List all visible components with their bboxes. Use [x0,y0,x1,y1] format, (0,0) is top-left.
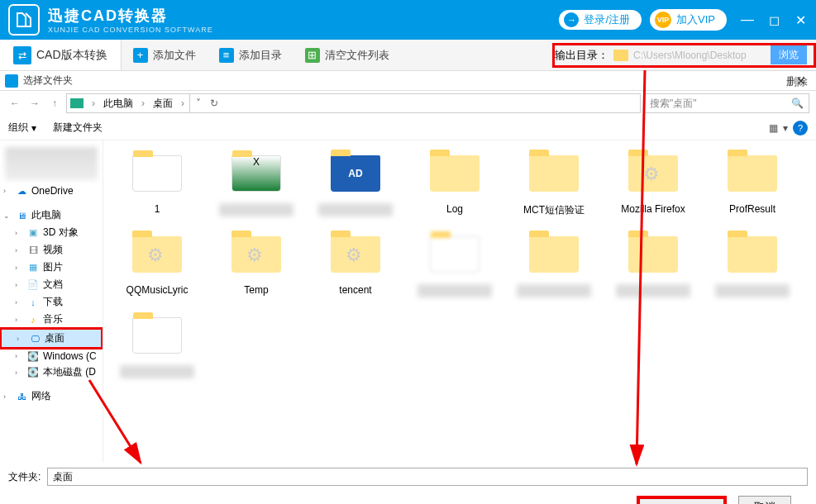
titlebar: 迅捷CAD转换器 XUNJIE CAD CONVERSION SOFTWARE … [0,0,816,40]
folder-item[interactable]: AD [318,149,393,216]
dialog-title: 选择文件夹 [23,74,73,88]
up-button[interactable]: ↑ [46,95,63,112]
tree-localdisk-d[interactable]: ›💽本地磁盘 (D [0,364,103,381]
forward-button[interactable]: → [26,95,43,112]
breadcrumb[interactable]: › 此电脑 › 桌面 › ˅ ↻ [66,93,641,113]
folder-tree: ›☁OneDrive ⌄🖥此电脑 ›▣3D 对象 ›🎞视频 ›▦图片 ›📄文档 … [0,140,103,463]
cancel-button[interactable]: 取消 [738,496,791,504]
folder-item[interactable]: ProfResult [715,149,790,216]
toolbar: ⇄ CAD版本转换 + 添加文件 ≡ 添加目录 ⊞ 清空文件列表 输出目录： C… [0,40,816,71]
app-logo-icon [8,4,40,36]
search-icon: 🔍 [791,97,804,109]
folder-item[interactable] [517,230,591,297]
tree-downloads[interactable]: ›↓下载 [0,293,103,311]
tree-thispc[interactable]: ⌄🖥此电脑 [0,207,103,224]
browse-button[interactable]: 浏览 [771,45,807,64]
vip-button[interactable]: VIP 加入VIP [650,9,727,31]
organize-menu[interactable]: 组织▾ [8,121,36,135]
mode-cad-version[interactable]: ⇄ CAD版本转换 [0,40,122,70]
folder-item[interactable]: Log [418,149,492,216]
tree-blurred [5,147,98,180]
folder-item[interactable]: QQMusicLyric [120,230,194,297]
login-button[interactable]: → 登录/注册 [559,10,642,30]
folder-icon [613,50,628,61]
minimize-button[interactable]: — [740,12,755,28]
folder-item[interactable]: Temp [219,230,293,297]
output-label: 输出目录： [555,48,608,63]
tree-desktop[interactable]: ›🖵桌面 [0,327,103,349]
add-dir-button[interactable]: ≡ 添加目录 [208,48,293,63]
plus-icon: + [133,48,148,63]
tree-pics[interactable]: ›▦图片 [0,259,103,276]
tree-3d[interactable]: ›▣3D 对象 [0,224,103,241]
convert-icon: ⇄ [13,46,31,64]
options-row: 组织▾ 新建文件夹 ▦▾ ? [0,116,816,140]
back-button[interactable]: ← [7,95,23,112]
tree-onedrive[interactable]: ›☁OneDrive [0,183,103,198]
help-button[interactable]: ? [793,121,808,136]
add-file-button[interactable]: + 添加文件 [122,48,208,63]
clear-list-button[interactable]: ⊞ 清空文件列表 [293,48,401,63]
folder-item[interactable]: 1 [120,149,194,216]
folder-item[interactable] [715,230,790,297]
close-button[interactable]: ✕ [793,12,808,28]
tree-docs[interactable]: ›📄文档 [0,276,103,293]
clear-icon: ⊞ [305,48,320,63]
list-icon: ≡ [219,48,234,63]
tree-video[interactable]: ›🎞视频 [0,241,103,259]
app-subtitle: XUNJIE CAD CONVERSION SOFTWARE [48,26,559,34]
arrow-icon: → [564,12,579,27]
output-dir-area: 输出目录： C:\Users\Mloong\Desktop 浏览 [552,43,816,68]
view-thumbs-button[interactable]: ▦ [769,122,778,134]
folder-item[interactable]: X [219,149,293,216]
select-folder-button[interactable]: 选择文件夹 [637,496,727,504]
app-title: 迅捷CAD转换器 [48,6,559,26]
tree-network[interactable]: ›🖧网络 [0,388,103,405]
folder-name-input[interactable] [47,468,808,486]
folder-grid: 1 X AD Log MCT短信验证 Mozilla Firefox ProfR… [103,140,816,463]
pc-icon [70,98,84,108]
folder-item[interactable]: tencent [318,230,393,297]
vip-icon: VIP [655,12,671,28]
maximize-button[interactable]: ◻ [766,12,781,28]
folder-item[interactable] [616,230,690,297]
folder-item[interactable]: MCT短信验证 [517,149,591,216]
folder-item[interactable] [120,311,194,378]
nav-row: ← → ↑ › 此电脑 › 桌面 › ˅ ↻ 搜索"桌面" 🔍 [0,91,816,116]
new-folder-button[interactable]: 新建文件夹 [53,121,103,135]
crumb-dropdown[interactable]: ˅ [190,94,207,112]
tree-music[interactable]: ›♪音乐 [0,311,103,328]
folder-item[interactable]: Mozilla Firefox [616,149,690,216]
folder-name-row: 文件夹: [0,463,816,491]
dialog-titlebar: 选择文件夹 ✕ [0,71,816,91]
dialog-icon [5,74,18,88]
refresh-button[interactable]: ↻ [207,94,223,112]
folder-field-label: 文件夹: [8,470,41,484]
output-path: C:\Users\Mloong\Desktop [633,50,766,61]
delete-button[interactable]: 删除 [786,74,808,89]
search-input[interactable]: 搜索"桌面" 🔍 [644,93,809,113]
tree-windows-c[interactable]: ›💽Windows (C [0,349,103,364]
folder-item[interactable] [418,230,492,297]
